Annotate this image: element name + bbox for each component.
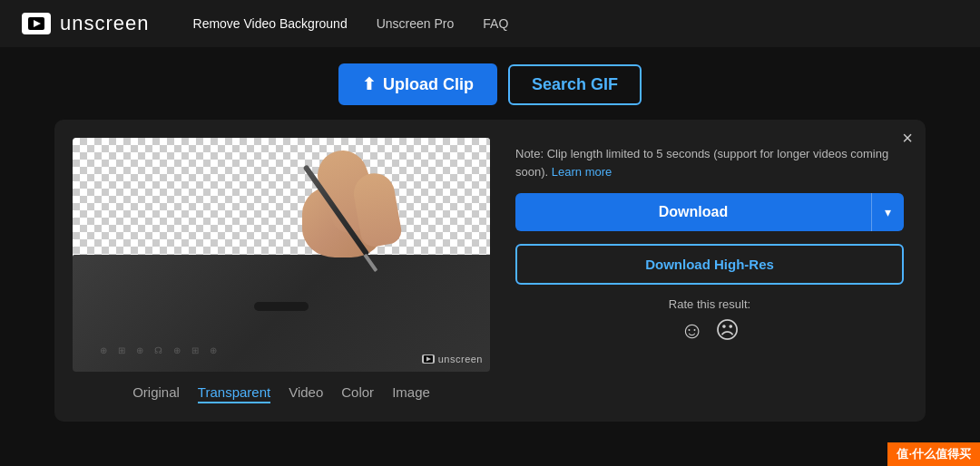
toolbar: ⬆ Upload Clip Search GIF <box>0 47 980 120</box>
logo-icon <box>22 13 51 34</box>
video-frame: ⊕ ⊞ ⊕ ☊ ⊕ ⊞ ⊕ <box>73 138 490 372</box>
rate-label: Rate this result: <box>515 297 904 311</box>
rate-section: Rate this result: ☺ ☹ <box>515 297 904 345</box>
tab-video[interactable]: Video <box>289 383 323 403</box>
header: unscreen Remove Video Background Unscree… <box>0 0 980 47</box>
card-inner: ⊕ ⊞ ⊕ ☊ ⊕ ⊞ ⊕ <box>73 138 907 403</box>
download-button[interactable]: Download <box>515 193 871 231</box>
site-badge: 值·什么值得买 <box>887 442 980 466</box>
watermark-icon <box>422 354 435 364</box>
search-gif-button[interactable]: Search GIF <box>508 64 642 105</box>
watermark: unscreen <box>422 354 483 364</box>
main-content: ⊕ ⊞ ⊕ ☊ ⊕ ⊞ ⊕ <box>0 120 980 422</box>
learn-more-link[interactable]: Learn more <box>552 165 612 179</box>
nav-remove-video[interactable]: Remove Video Background <box>193 16 348 31</box>
download-arrow-button[interactable]: ▾ <box>871 193 904 231</box>
thumbs-up-icon[interactable]: ☺ <box>680 316 704 345</box>
thumbs-down-icon[interactable]: ☹ <box>715 316 740 345</box>
card: ⊕ ⊞ ⊕ ☊ ⊕ ⊞ ⊕ <box>54 120 926 422</box>
note-text: Note: Clip length limited to 5 seconds (… <box>515 145 904 180</box>
upload-icon: ⬆ <box>362 74 376 94</box>
tab-color[interactable]: Color <box>341 383 374 403</box>
upload-clip-button[interactable]: ⬆ Upload Clip <box>338 63 497 105</box>
video-preview: ⊕ ⊞ ⊕ ☊ ⊕ ⊞ ⊕ <box>73 138 490 403</box>
upload-label: Upload Clip <box>383 75 474 94</box>
logo-text: unscreen <box>60 12 150 35</box>
nav-faq[interactable]: FAQ <box>483 16 508 31</box>
checkerboard-bg <box>73 138 490 267</box>
nav-unscreen-pro[interactable]: Unscreen Pro <box>377 16 455 31</box>
close-button[interactable]: × <box>902 129 913 147</box>
right-panel: × Note: Clip length limited to 5 seconds… <box>512 138 907 345</box>
tab-transparent[interactable]: Transparent <box>198 383 270 403</box>
download-hires-button[interactable]: Download High-Res <box>515 244 904 285</box>
video-tabs: Original Transparent Video Color Image <box>73 383 490 403</box>
laptop-slot <box>254 302 309 311</box>
download-row: Download ▾ <box>515 193 904 231</box>
tab-image[interactable]: Image <box>392 383 430 403</box>
rate-icons: ☺ ☹ <box>515 316 904 345</box>
tab-original[interactable]: Original <box>132 383 180 403</box>
watermark-text: unscreen <box>438 354 483 364</box>
logo-area: unscreen <box>22 12 150 35</box>
